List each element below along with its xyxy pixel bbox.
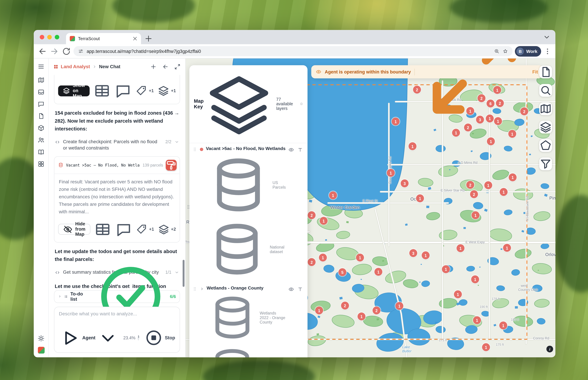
cluster-marker[interactable]: 1: [452, 129, 460, 137]
sidebar-menu-icon[interactable]: [38, 63, 45, 70]
map-tool-map-button[interactable]: [539, 102, 552, 115]
omnibox[interactable]: app.terrascout.ai/map?chatId=seirp9x4fhw…: [74, 46, 513, 56]
cluster-marker[interactable]: 5: [338, 268, 346, 276]
map-tool-doc-button[interactable]: [539, 66, 552, 78]
cluster-marker[interactable]: 1: [387, 169, 395, 177]
tag-badge-button[interactable]: +1: [135, 85, 154, 97]
browser-profile-chip[interactable]: B Work: [515, 46, 541, 57]
cluster-marker[interactable]: 1: [375, 268, 382, 276]
drag-handle-icon[interactable]: [192, 147, 197, 152]
comment-button[interactable]: [114, 82, 132, 99]
cluster-marker[interactable]: 1: [416, 194, 424, 202]
close-window-button[interactable]: [40, 35, 44, 39]
layer-row[interactable]: Vacant >5ac - No Flood, No Wetlands US P…: [189, 143, 307, 283]
tab-search-icon[interactable]: [543, 33, 551, 41]
breadcrumb-workspace[interactable]: Land Analyst: [61, 64, 90, 69]
sidebar-book-icon[interactable]: [38, 149, 45, 156]
browser-tab[interactable]: TerraScout: [66, 33, 141, 44]
fit-boundary-button[interactable]: Fit: [418, 58, 538, 128]
cluster-marker[interactable]: 1: [422, 251, 430, 259]
close-tab-icon[interactable]: [132, 36, 138, 41]
map-canvas[interactable]: Winter GardenOcoeeRoanPineOrlovisW McCor…: [186, 58, 555, 357]
drag-handle-icon[interactable]: [192, 286, 197, 291]
sidebar-map-icon[interactable]: [38, 76, 45, 84]
minimize-window-button[interactable]: [47, 35, 52, 39]
chat-scrollbar[interactable]: [183, 260, 184, 287]
layer-label-button[interactable]: [297, 147, 303, 152]
chat-input[interactable]: [59, 311, 175, 323]
theme-sun-icon[interactable]: [38, 335, 45, 342]
todo-list-row[interactable]: To-do list 6/6: [54, 290, 180, 303]
url-text[interactable]: app.terrascout.ai/map?chatId=seirp9x4fhw…: [87, 48, 491, 54]
sidebar-inbox-icon[interactable]: [38, 88, 45, 95]
map-tool-pentagon-button[interactable]: [539, 139, 552, 152]
cluster-marker[interactable]: 1: [392, 117, 399, 125]
expand-panel-button[interactable]: [174, 63, 181, 70]
cluster-marker[interactable]: 1: [329, 191, 337, 199]
map-info-button[interactable]: i: [546, 346, 553, 352]
cluster-marker[interactable]: 1: [499, 322, 507, 329]
cluster-marker[interactable]: 2: [341, 302, 349, 309]
cluster-marker[interactable]: 1: [500, 188, 508, 196]
cluster-marker[interactable]: 1: [508, 130, 516, 138]
cluster-marker[interactable]: 3: [401, 179, 409, 187]
layers-badge-button[interactable]: +1: [158, 85, 176, 97]
cluster-marker[interactable]: 1: [315, 306, 323, 314]
bookmark-star-icon[interactable]: [503, 48, 508, 54]
sidebar-collection-icon[interactable]: [38, 160, 45, 168]
cluster-marker[interactable]: 1: [473, 316, 481, 324]
cluster-marker[interactable]: 1: [484, 181, 492, 189]
sidebar-doc-icon[interactable]: [38, 113, 45, 120]
history-back-button[interactable]: [162, 63, 169, 70]
cluster-marker[interactable]: 1: [320, 217, 327, 225]
cluster-marker[interactable]: 1: [509, 173, 516, 181]
table-view-button[interactable]: [93, 82, 111, 99]
cluster-marker[interactable]: 2: [308, 258, 315, 266]
table-view-button[interactable]: [94, 221, 111, 238]
cluster-marker[interactable]: 1: [487, 137, 495, 145]
zoom-icon[interactable]: [494, 48, 499, 54]
cluster-marker[interactable]: 2: [308, 211, 315, 219]
cluster-marker[interactable]: 1: [442, 265, 450, 273]
layer-label-button[interactable]: [297, 286, 303, 292]
chat-scroll-area[interactable]: Show on Map +1 +1 154 parcels excluded f…: [49, 75, 185, 288]
sidebar-users-icon[interactable]: [38, 136, 45, 144]
hide-from-map-button[interactable]: Hide from Map: [58, 224, 90, 235]
cluster-marker[interactable]: 1: [503, 244, 511, 252]
show-on-map-button[interactable]: Show on Map: [58, 85, 90, 96]
stop-button[interactable]: Stop: [144, 329, 175, 347]
sidebar-chat-icon[interactable]: [38, 100, 45, 108]
style-layer-button[interactable]: [166, 160, 177, 171]
site-settings-icon[interactable]: [78, 48, 84, 54]
available-layers-button[interactable]: 77 available layers: [204, 69, 303, 139]
sidebar-cube-icon[interactable]: [38, 125, 45, 132]
cluster-marker[interactable]: 1: [482, 343, 490, 351]
cluster-marker[interactable]: 1: [409, 142, 416, 150]
forward-button[interactable]: [50, 46, 59, 56]
cluster-marker[interactable]: 1: [471, 275, 479, 283]
new-chat-button[interactable]: [150, 63, 157, 70]
back-button[interactable]: [38, 46, 47, 56]
layer-visibility-button[interactable]: [288, 286, 294, 292]
comment-button[interactable]: [115, 221, 132, 238]
map-tool-filter-button[interactable]: [539, 157, 552, 170]
breadcrumb-page[interactable]: New Chat: [99, 64, 145, 69]
cluster-marker[interactable]: 2: [470, 190, 478, 198]
cluster-marker[interactable]: 3: [409, 249, 417, 257]
layers-badge-button[interactable]: +2: [158, 223, 176, 235]
cluster-marker[interactable]: 2: [466, 181, 474, 189]
map-tool-layers-button[interactable]: [539, 121, 552, 133]
new-tab-button[interactable]: [144, 34, 153, 43]
expand-layer-icon[interactable]: [200, 287, 204, 291]
reload-button[interactable]: [61, 46, 71, 56]
zoom-window-button[interactable]: [55, 35, 59, 39]
browser-menu-icon[interactable]: [543, 47, 551, 55]
cluster-marker[interactable]: 1: [456, 244, 464, 252]
tag-badge-button[interactable]: +1: [136, 223, 154, 235]
cluster-marker[interactable]: 1: [319, 254, 327, 262]
layer-row[interactable]: Wetlands - Orange County Wetlands 2022 -…: [189, 283, 307, 357]
map-tool-search-button[interactable]: [539, 84, 552, 97]
cluster-marker[interactable]: 1: [454, 290, 462, 298]
cluster-marker[interactable]: 1: [395, 302, 403, 310]
cluster-marker[interactable]: 2: [373, 306, 380, 314]
